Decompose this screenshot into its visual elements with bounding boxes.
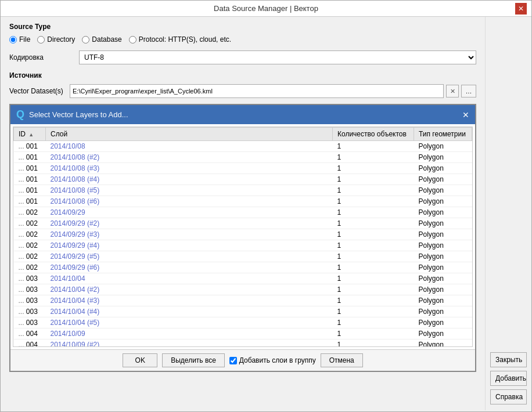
- table-row[interactable]: ... 0022014/09/291Polygon: [14, 207, 472, 218]
- help-button[interactable]: Справка: [490, 389, 527, 404]
- td-id-col: ... 003: [14, 306, 46, 317]
- radio-file[interactable]: [9, 36, 17, 44]
- clear-button[interactable]: ✕: [446, 85, 459, 97]
- vector-layers-dialog: Q Select Vector Layers to Add... ✕ ID ▲: [9, 104, 476, 372]
- td-count: 1: [333, 196, 414, 207]
- th-id[interactable]: ID ▲: [14, 128, 46, 141]
- radio-database-text: Database: [92, 35, 121, 44]
- td-geom: Polygon: [414, 284, 472, 295]
- td-id-col: ... 004: [14, 328, 46, 339]
- table-row[interactable]: ... 0022014/09/29 (#5)1Polygon: [14, 251, 472, 262]
- radio-directory-label[interactable]: Directory: [37, 35, 75, 44]
- td-count: 1: [333, 229, 414, 240]
- radio-protocol-label[interactable]: Protocol: HTTP(S), cloud, etc.: [129, 35, 231, 44]
- radio-database-label[interactable]: Database: [82, 35, 121, 44]
- td-geom: Polygon: [414, 207, 472, 218]
- table-row[interactable]: ... 0022014/09/29 (#2)1Polygon: [14, 218, 472, 229]
- radio-directory-text: Directory: [47, 35, 75, 44]
- dialog-close-button[interactable]: ✕: [462, 111, 469, 119]
- table-row[interactable]: ... 0032014/10/04 (#3)1Polygon: [14, 295, 472, 306]
- td-count: 1: [333, 339, 414, 348]
- th-layer[interactable]: Слой: [46, 128, 333, 141]
- radio-database[interactable]: [82, 36, 89, 44]
- td-id-col: ... 001: [14, 196, 46, 207]
- source-type-row: File Directory Database Protocol: HTTP(S…: [9, 35, 476, 44]
- table-row[interactable]: ... 0022014/09/29 (#4)1Polygon: [14, 240, 472, 251]
- table-row[interactable]: ... 0042014/10/09 (#2)1Polygon: [14, 339, 472, 348]
- table-row[interactable]: ... 0012014/10/08 (#5)1Polygon: [14, 185, 472, 196]
- add-button[interactable]: Добавить: [490, 371, 527, 386]
- th-geom[interactable]: Тип геометрии: [414, 128, 472, 141]
- table-row[interactable]: ... 0022014/09/29 (#6)1Polygon: [14, 262, 472, 273]
- td-count: 1: [333, 218, 414, 229]
- td-geom: Polygon: [414, 240, 472, 251]
- td-count: 1: [333, 152, 414, 163]
- td-layer: 2014/09/29 (#2): [46, 218, 333, 229]
- td-layer: 2014/09/29 (#3): [46, 229, 333, 240]
- select-all-button[interactable]: Выделить все: [162, 353, 225, 367]
- table-row[interactable]: ... 0042014/10/091Polygon: [14, 328, 472, 339]
- td-geom: Polygon: [414, 251, 472, 262]
- td-geom: Polygon: [414, 152, 472, 163]
- td-geom: Polygon: [414, 174, 472, 185]
- td-geom: Polygon: [414, 196, 472, 207]
- td-id-col: ... 002: [14, 262, 46, 273]
- td-id-col: ... 001: [14, 163, 46, 174]
- td-layer: 2014/09/29: [46, 207, 333, 218]
- ok-button[interactable]: OK: [123, 353, 157, 367]
- main-window: Data Source Manager | Вектор ✕ Source Ty…: [0, 0, 532, 412]
- encoding-select[interactable]: UTF-8 CP1251 ASCII ISO-8859-1: [79, 50, 476, 64]
- add-to-group-label[interactable]: Добавить слои в группу: [229, 353, 316, 367]
- window-close-button[interactable]: ✕: [515, 3, 527, 15]
- table-row[interactable]: ... 0032014/10/04 (#2)1Polygon: [14, 284, 472, 295]
- dialog-title-text: Select Vector Layers to Add...: [29, 110, 128, 119]
- titlebar: Data Source Manager | Вектор ✕: [1, 1, 531, 17]
- radio-file-text: File: [19, 35, 30, 44]
- td-id-col: ... 004: [14, 339, 46, 348]
- td-layer: 2014/10/04 (#4): [46, 306, 333, 317]
- table-body: ... 0012014/10/081Polygon... 0012014/10/…: [14, 141, 472, 348]
- td-layer: 2014/10/09: [46, 328, 333, 339]
- td-count: 1: [333, 262, 414, 273]
- vector-dataset-input[interactable]: [70, 84, 444, 98]
- dialog-title-left: Q Select Vector Layers to Add...: [16, 109, 128, 121]
- close-button[interactable]: Закрыть: [490, 352, 527, 367]
- layers-table-container[interactable]: ID ▲ Слой Количество объектов: [13, 127, 473, 347]
- th-count[interactable]: Количество объектов: [333, 128, 414, 141]
- radio-directory[interactable]: [37, 36, 45, 44]
- table-row[interactable]: ... 0012014/10/08 (#4)1Polygon: [14, 174, 472, 185]
- td-layer: 2014/10/04: [46, 273, 333, 284]
- td-layer: 2014/10/08 (#5): [46, 185, 333, 196]
- radio-protocol[interactable]: [129, 36, 136, 44]
- td-id-col: ... 002: [14, 251, 46, 262]
- td-count: 1: [333, 174, 414, 185]
- td-layer: 2014/09/29 (#6): [46, 262, 333, 273]
- browse-button[interactable]: …: [461, 85, 476, 97]
- table-row[interactable]: ... 0012014/10/08 (#2)1Polygon: [14, 152, 472, 163]
- table-row[interactable]: ... 0012014/10/08 (#6)1Polygon: [14, 196, 472, 207]
- table-header-row: ID ▲ Слой Количество объектов: [14, 128, 472, 141]
- td-id-col: ... 002: [14, 240, 46, 251]
- add-to-group-checkbox[interactable]: [229, 357, 237, 364]
- table-row[interactable]: ... 0012014/10/081Polygon: [14, 141, 472, 152]
- dialog-footer: OK Выделить все Добавить слои в группу О…: [10, 349, 475, 371]
- add-to-group-text: Добавить слои в группу: [239, 356, 316, 364]
- table-row[interactable]: ... 0032014/10/041Polygon: [14, 273, 472, 284]
- main-content: Source Type File Directory Database Prot…: [1, 17, 531, 410]
- td-layer: 2014/10/08 (#4): [46, 174, 333, 185]
- td-count: 1: [333, 240, 414, 251]
- table-row[interactable]: ... 0012014/10/08 (#3)1Polygon: [14, 163, 472, 174]
- sort-arrow-id: ▲: [28, 132, 34, 138]
- radio-file-label[interactable]: File: [9, 35, 30, 44]
- cancel-button[interactable]: Отмена: [321, 353, 363, 367]
- td-geom: Polygon: [414, 218, 472, 229]
- td-id-col: ... 003: [14, 295, 46, 306]
- table-row[interactable]: ... 0022014/09/29 (#3)1Polygon: [14, 229, 472, 240]
- td-geom: Polygon: [414, 163, 472, 174]
- table-row[interactable]: ... 0032014/10/04 (#4)1Polygon: [14, 306, 472, 317]
- table-row[interactable]: ... 0032014/10/04 (#5)1Polygon: [14, 317, 472, 328]
- td-count: 1: [333, 273, 414, 284]
- td-id-col: ... 001: [14, 185, 46, 196]
- source-section-title: Источник: [9, 71, 476, 79]
- left-panel: Source Type File Directory Database Prot…: [1, 17, 485, 410]
